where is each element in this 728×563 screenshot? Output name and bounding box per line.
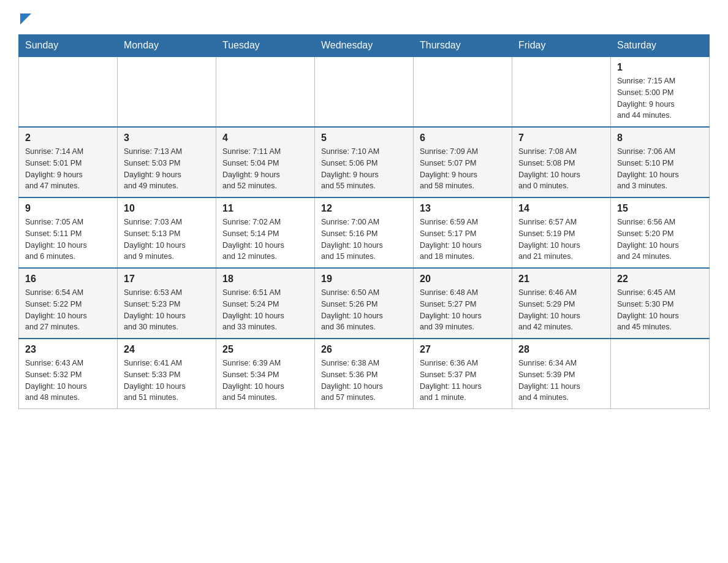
page-header: [18, 12, 710, 25]
calendar-cell: [512, 56, 611, 127]
calendar-week-row: 9Sunrise: 7:05 AM Sunset: 5:11 PM Daylig…: [19, 197, 710, 268]
day-info: Sunrise: 6:43 AM Sunset: 5:32 PM Dayligh…: [25, 358, 111, 404]
day-info: Sunrise: 6:48 AM Sunset: 5:27 PM Dayligh…: [420, 287, 506, 333]
calendar-cell: 6Sunrise: 7:09 AM Sunset: 5:07 PM Daylig…: [414, 127, 512, 197]
calendar-cell: 12Sunrise: 7:00 AM Sunset: 5:16 PM Dayli…: [315, 197, 414, 268]
day-number: 5: [321, 132, 407, 144]
day-number: 14: [518, 203, 604, 214]
calendar-cell: [414, 56, 512, 127]
day-number: 19: [321, 274, 407, 285]
day-info: Sunrise: 6:59 AM Sunset: 5:17 PM Dayligh…: [420, 216, 506, 262]
day-number: 17: [124, 274, 210, 285]
calendar-cell: 18Sunrise: 6:51 AM Sunset: 5:24 PM Dayli…: [216, 268, 315, 339]
day-info: Sunrise: 6:53 AM Sunset: 5:23 PM Dayligh…: [124, 287, 210, 333]
day-info: Sunrise: 7:14 AM Sunset: 5:01 PM Dayligh…: [25, 146, 111, 192]
day-info: Sunrise: 7:08 AM Sunset: 5:08 PM Dayligh…: [518, 146, 604, 192]
day-info: Sunrise: 6:50 AM Sunset: 5:26 PM Dayligh…: [321, 287, 407, 333]
calendar-cell: 10Sunrise: 7:03 AM Sunset: 5:13 PM Dayli…: [118, 197, 216, 268]
day-info: Sunrise: 6:56 AM Sunset: 5:20 PM Dayligh…: [617, 216, 703, 262]
calendar-cell: 19Sunrise: 6:50 AM Sunset: 5:26 PM Dayli…: [315, 268, 414, 339]
day-number: 7: [518, 132, 604, 144]
day-info: Sunrise: 6:51 AM Sunset: 5:24 PM Dayligh…: [222, 287, 308, 333]
day-number: 15: [617, 203, 703, 214]
day-info: Sunrise: 6:57 AM Sunset: 5:19 PM Dayligh…: [518, 216, 604, 262]
day-info: Sunrise: 6:45 AM Sunset: 5:30 PM Dayligh…: [617, 287, 703, 333]
calendar-cell: [19, 56, 118, 127]
calendar-cell: 3Sunrise: 7:13 AM Sunset: 5:03 PM Daylig…: [118, 127, 216, 197]
calendar-cell: 22Sunrise: 6:45 AM Sunset: 5:30 PM Dayli…: [611, 268, 710, 339]
weekday-header-friday: Friday: [512, 35, 611, 57]
logo-triangle-icon: [20, 13, 31, 25]
weekday-header-tuesday: Tuesday: [216, 35, 315, 57]
day-info: Sunrise: 7:02 AM Sunset: 5:14 PM Dayligh…: [222, 216, 308, 262]
calendar-week-row: 1Sunrise: 7:15 AM Sunset: 5:00 PM Daylig…: [19, 56, 710, 127]
calendar-cell: 9Sunrise: 7:05 AM Sunset: 5:11 PM Daylig…: [19, 197, 118, 268]
day-info: Sunrise: 7:09 AM Sunset: 5:07 PM Dayligh…: [420, 146, 506, 192]
svg-marker-0: [20, 13, 31, 25]
day-info: Sunrise: 7:05 AM Sunset: 5:11 PM Dayligh…: [25, 216, 111, 262]
calendar-cell: [118, 56, 216, 127]
weekday-header-thursday: Thursday: [414, 35, 512, 57]
day-number: 2: [25, 132, 111, 144]
day-number: 12: [321, 203, 407, 214]
calendar-cell: 11Sunrise: 7:02 AM Sunset: 5:14 PM Dayli…: [216, 197, 315, 268]
day-number: 26: [321, 344, 407, 355]
calendar-cell: 25Sunrise: 6:39 AM Sunset: 5:34 PM Dayli…: [216, 339, 315, 409]
calendar-cell: 16Sunrise: 6:54 AM Sunset: 5:22 PM Dayli…: [19, 268, 118, 339]
day-number: 11: [222, 203, 308, 214]
calendar-cell: 1Sunrise: 7:15 AM Sunset: 5:00 PM Daylig…: [611, 56, 710, 127]
calendar-table: SundayMondayTuesdayWednesdayThursdayFrid…: [18, 34, 710, 409]
day-info: Sunrise: 7:10 AM Sunset: 5:06 PM Dayligh…: [321, 146, 407, 192]
calendar-week-row: 16Sunrise: 6:54 AM Sunset: 5:22 PM Dayli…: [19, 268, 710, 339]
logo: [18, 12, 31, 25]
calendar-week-row: 23Sunrise: 6:43 AM Sunset: 5:32 PM Dayli…: [19, 339, 710, 409]
calendar-cell: 28Sunrise: 6:34 AM Sunset: 5:39 PM Dayli…: [512, 339, 611, 409]
calendar-cell: 27Sunrise: 6:36 AM Sunset: 5:37 PM Dayli…: [414, 339, 512, 409]
weekday-header-monday: Monday: [118, 35, 216, 57]
weekday-header-sunday: Sunday: [19, 35, 118, 57]
day-number: 3: [124, 132, 210, 144]
calendar-cell: 21Sunrise: 6:46 AM Sunset: 5:29 PM Dayli…: [512, 268, 611, 339]
calendar-cell: 14Sunrise: 6:57 AM Sunset: 5:19 PM Dayli…: [512, 197, 611, 268]
day-number: 22: [617, 274, 703, 285]
calendar-cell: 2Sunrise: 7:14 AM Sunset: 5:01 PM Daylig…: [19, 127, 118, 197]
day-number: 18: [222, 274, 308, 285]
day-info: Sunrise: 7:00 AM Sunset: 5:16 PM Dayligh…: [321, 216, 407, 262]
weekday-header-row: SundayMondayTuesdayWednesdayThursdayFrid…: [19, 35, 710, 57]
day-info: Sunrise: 7:11 AM Sunset: 5:04 PM Dayligh…: [222, 146, 308, 192]
day-info: Sunrise: 6:36 AM Sunset: 5:37 PM Dayligh…: [420, 358, 506, 404]
day-info: Sunrise: 7:03 AM Sunset: 5:13 PM Dayligh…: [124, 216, 210, 262]
calendar-cell: 24Sunrise: 6:41 AM Sunset: 5:33 PM Dayli…: [118, 339, 216, 409]
calendar-cell: 7Sunrise: 7:08 AM Sunset: 5:08 PM Daylig…: [512, 127, 611, 197]
day-number: 4: [222, 132, 308, 144]
day-info: Sunrise: 6:38 AM Sunset: 5:36 PM Dayligh…: [321, 358, 407, 404]
calendar-cell: [216, 56, 315, 127]
day-number: 8: [617, 132, 703, 144]
weekday-header-wednesday: Wednesday: [315, 35, 414, 57]
day-number: 20: [420, 274, 506, 285]
day-number: 24: [124, 344, 210, 355]
day-number: 23: [25, 344, 111, 355]
calendar-cell: 5Sunrise: 7:10 AM Sunset: 5:06 PM Daylig…: [315, 127, 414, 197]
day-number: 21: [518, 274, 604, 285]
day-number: 27: [420, 344, 506, 355]
weekday-header-saturday: Saturday: [611, 35, 710, 57]
calendar-cell: [611, 339, 710, 409]
calendar-week-row: 2Sunrise: 7:14 AM Sunset: 5:01 PM Daylig…: [19, 127, 710, 197]
day-number: 6: [420, 132, 506, 144]
day-number: 10: [124, 203, 210, 214]
calendar-cell: 17Sunrise: 6:53 AM Sunset: 5:23 PM Dayli…: [118, 268, 216, 339]
calendar-cell: 13Sunrise: 6:59 AM Sunset: 5:17 PM Dayli…: [414, 197, 512, 268]
day-info: Sunrise: 6:41 AM Sunset: 5:33 PM Dayligh…: [124, 358, 210, 404]
day-info: Sunrise: 6:54 AM Sunset: 5:22 PM Dayligh…: [25, 287, 111, 333]
calendar-cell: 15Sunrise: 6:56 AM Sunset: 5:20 PM Dayli…: [611, 197, 710, 268]
day-number: 28: [518, 344, 604, 355]
day-info: Sunrise: 7:06 AM Sunset: 5:10 PM Dayligh…: [617, 146, 703, 192]
calendar-cell: 8Sunrise: 7:06 AM Sunset: 5:10 PM Daylig…: [611, 127, 710, 197]
calendar-cell: [315, 56, 414, 127]
day-info: Sunrise: 7:13 AM Sunset: 5:03 PM Dayligh…: [124, 146, 210, 192]
day-number: 9: [25, 203, 111, 214]
day-number: 25: [222, 344, 308, 355]
day-number: 1: [617, 62, 703, 73]
day-info: Sunrise: 7:15 AM Sunset: 5:00 PM Dayligh…: [617, 75, 703, 121]
